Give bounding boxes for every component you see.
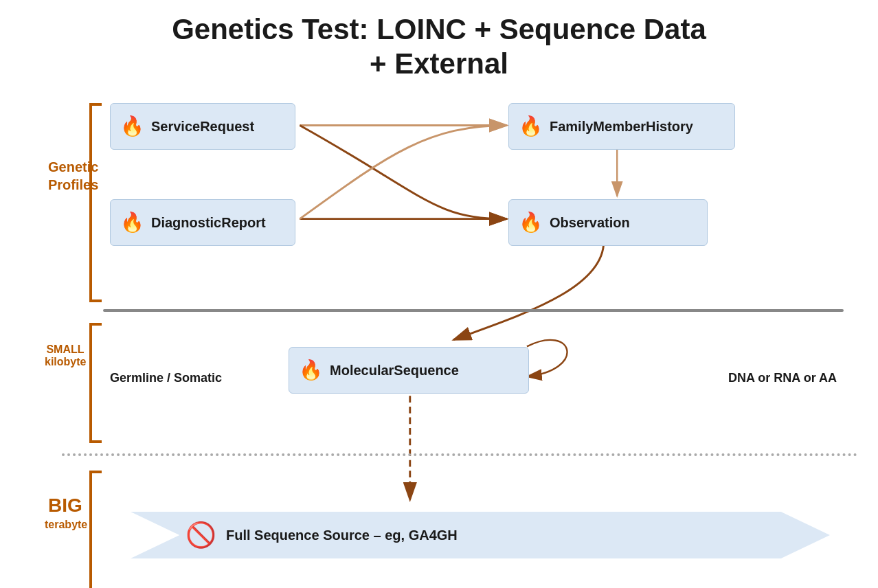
molecular-sequence-label: MolecularSequence [330, 363, 459, 378]
service-request-label: ServiceRequest [151, 119, 254, 135]
full-sequence-box: 🚫 Full Sequence Source – eg, GA4GH [131, 512, 830, 558]
small-label: SMALL kilobyte [45, 343, 86, 368]
observation-box: 🔥 Observation [508, 199, 708, 246]
no-flame-icon: 🚫 [185, 523, 216, 547]
dotted-separator [62, 453, 857, 456]
terabyte-label: terabyte [45, 519, 86, 531]
flame-icon-service: 🔥 [120, 117, 144, 136]
title-line2: + External [370, 47, 508, 80]
separator-line [103, 309, 844, 312]
title-line1: Genetics Test: LOINC + Sequence Data [172, 13, 706, 45]
page-title: Genetics Test: LOINC + Sequence Data + E… [0, 0, 878, 82]
dna-label: DNA or RNA or AA [728, 371, 837, 385]
molecular-sequence-box: 🔥 MolecularSequence [289, 347, 529, 394]
full-sequence-label: Full Sequence Source – eg, GA4GH [226, 528, 458, 543]
genetic-profiles-label: Genetic Profiles [48, 158, 89, 194]
family-member-history-box: 🔥 FamilyMemberHistory [508, 103, 735, 150]
big-label: BIG [41, 495, 89, 517]
diagram-area: Genetic Profiles 🔥 ServiceRequest 🔥 Diag… [41, 89, 864, 574]
flame-icon-family: 🔥 [519, 117, 543, 136]
genetic-profiles-bracket [89, 103, 102, 302]
arrows-svg [41, 89, 864, 574]
germline-label: Germline / Somatic [110, 371, 222, 385]
flame-icon-diagnostic: 🔥 [120, 213, 144, 232]
diagnostic-report-box: 🔥 DiagnosticReport [110, 199, 295, 246]
flame-icon-observation: 🔥 [519, 213, 543, 232]
flame-icon-molecular: 🔥 [299, 361, 323, 380]
service-request-box: 🔥 ServiceRequest [110, 103, 295, 150]
observation-label: Observation [550, 215, 630, 231]
family-member-history-label: FamilyMemberHistory [550, 119, 693, 135]
page-container: Genetics Test: LOINC + Sequence Data + E… [0, 0, 878, 588]
diagnostic-report-label: DiagnosticReport [151, 215, 266, 231]
big-bracket [89, 471, 102, 588]
small-bracket [89, 323, 102, 443]
